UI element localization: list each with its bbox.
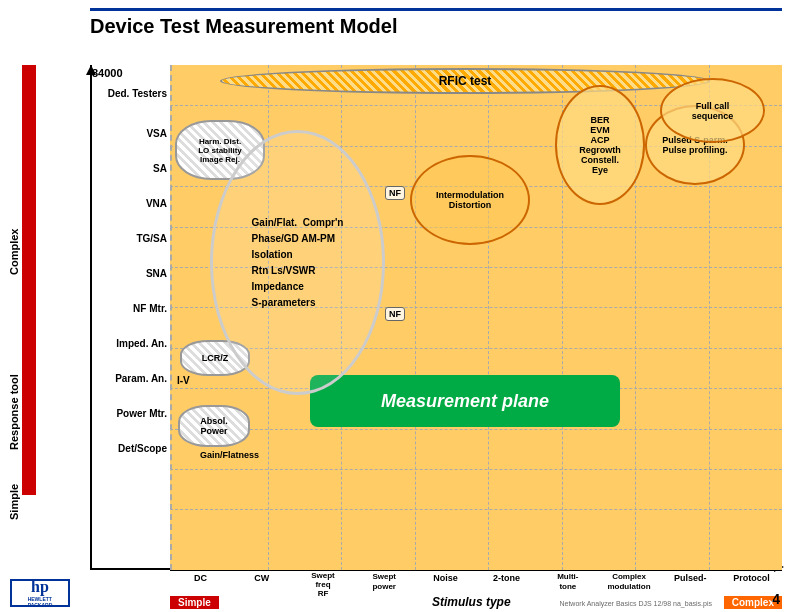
row-dashed-10 — [170, 469, 782, 470]
row-label-vsa: VSA — [96, 128, 171, 139]
row-dashed-11 — [170, 509, 782, 510]
center-oval-text: Gain/Flat. Compr'n Phase/GD AM-PM Isolat… — [252, 215, 344, 311]
rfic-oval: RFIC test — [220, 68, 710, 94]
row-label-vna: VNA — [96, 198, 171, 209]
axis-dc: DC — [170, 571, 231, 594]
abspower-oval: Absol.Power — [178, 405, 250, 447]
fullcall-oval: Full callsequence — [660, 78, 765, 143]
row-dashed-9 — [170, 429, 782, 430]
lcrz-label: LCR/Z — [202, 353, 229, 363]
x-axis-labels: DC CW SweptfreqRF Sweptpower Noise 2-ton… — [170, 570, 782, 594]
row-label-param-an: Param. An. — [96, 373, 171, 384]
footer-small: Network Analyzer Basics DJS 12/98 na_bas… — [559, 600, 712, 607]
row-label-tgsa: TG/SA — [96, 233, 171, 244]
axis-cw: CW — [231, 571, 292, 594]
nf-label-1: NF — [385, 186, 405, 200]
row-label-power-mtr: Power Mtr. — [96, 408, 171, 419]
row-label-det-scope: Det/Scope — [96, 443, 171, 454]
axis-swept-freq: SweptfreqRF — [292, 571, 353, 594]
axis-noise: Noise — [415, 571, 476, 594]
ber-oval: BEREVMACPRegrowthConstell.Eye — [555, 85, 645, 205]
col-dashed-1 — [170, 65, 172, 570]
label-complex: Complex — [8, 75, 20, 275]
page-number: 4 — [772, 591, 780, 607]
axis-swept-power: Sweptpower — [354, 571, 415, 594]
iv-label: I-V — [177, 375, 190, 386]
y-axis-line — [90, 65, 92, 570]
hp-logo: hp HEWLETTPACKARD — [10, 579, 70, 607]
harm-dist-label: Harm. Dist.LO stabilityImage Rej. — [198, 137, 242, 164]
sidebar-red-bar — [22, 65, 36, 495]
intermod-label: IntermodulationDistortion — [436, 190, 504, 210]
title-bar: Device Test Measurement Model — [90, 8, 782, 38]
row-label-sna: SNA — [96, 268, 171, 279]
row-label-ded-testers: Ded. Testers — [96, 88, 171, 99]
meas-plane-label: Measurement plane — [310, 375, 620, 427]
axis-complex-mod: Complexmodulation — [598, 571, 659, 594]
ber-label: BEREVMACPRegrowthConstell.Eye — [579, 115, 621, 175]
axis-2tone: 2-tone — [476, 571, 537, 594]
intermod-oval: IntermodulationDistortion — [410, 155, 530, 245]
center-oval: Gain/Flat. Compr'n Phase/GD AM-PM Isolat… — [210, 130, 385, 395]
label-simple-sidebar: Simple — [8, 440, 20, 520]
page-title: Device Test Measurement Model — [90, 15, 398, 37]
axis-multi-tone: Multi-tone — [537, 571, 598, 594]
axis-pulsed: Pulsed- — [660, 571, 721, 594]
page: Device Test Measurement Model Complex Re… — [0, 0, 792, 612]
col-dashed-5 — [488, 65, 489, 570]
row-label-imped-an: Imped. An. — [96, 338, 171, 349]
nf-label-2: NF — [385, 307, 405, 321]
hp-logo-text: hp — [31, 578, 49, 596]
row-label-sa: SA — [96, 163, 171, 174]
gain-flatness-label: Gain/Flatness — [200, 450, 259, 460]
hp-company-name: HEWLETTPACKARD — [28, 596, 53, 608]
rfic-label: RFIC test — [439, 74, 492, 88]
col-dashed-4 — [415, 65, 416, 570]
abspower-label: Absol.Power — [200, 416, 228, 436]
stim-simple-label: Simple — [170, 596, 219, 609]
fullcall-label: Full callsequence — [692, 101, 734, 121]
row-label-nf-mtr: NF Mtr. — [96, 303, 171, 314]
label-response-tool: Response tool — [8, 270, 20, 450]
label-84000: 84000 — [92, 67, 123, 79]
footer-text: Network Analyzer Basics DJS 12/98 na_bas… — [559, 600, 712, 607]
